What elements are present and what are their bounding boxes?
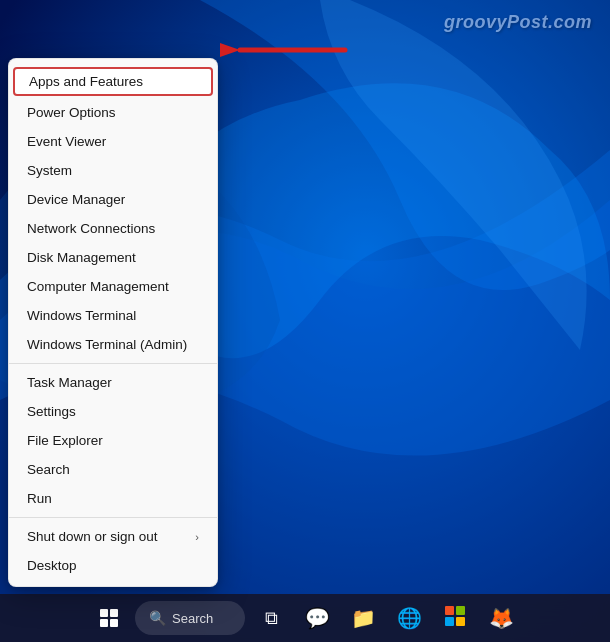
firefox-button[interactable]: 🦊 xyxy=(481,598,521,638)
menu-item-disk-management[interactable]: Disk Management xyxy=(9,243,217,272)
teams-icon: 💬 xyxy=(305,606,330,630)
chevron-icon: › xyxy=(195,531,199,543)
menu-item-windows-terminal-admin[interactable]: Windows Terminal (Admin) xyxy=(9,330,217,359)
menu-item-power-options[interactable]: Power Options xyxy=(9,98,217,127)
edge-button[interactable]: 🌐 xyxy=(389,598,429,638)
menu-item-task-manager[interactable]: Task Manager xyxy=(9,368,217,397)
start-button[interactable] xyxy=(89,598,129,638)
svg-rect-2 xyxy=(445,606,454,615)
svg-rect-5 xyxy=(456,617,465,626)
file-explorer-button[interactable]: 📁 xyxy=(343,598,383,638)
menu-item-event-viewer[interactable]: Event Viewer xyxy=(9,127,217,156)
taskbar: 🔍 Search ⧉ 💬 📁 🌐 🦊 xyxy=(0,594,610,642)
menu-item-run[interactable]: Run xyxy=(9,484,217,513)
menu-item-file-explorer[interactable]: File Explorer xyxy=(9,426,217,455)
menu-item-desktop[interactable]: Desktop xyxy=(9,551,217,580)
teams-button[interactable]: 💬 xyxy=(297,598,337,638)
context-menu: Apps and Features Power Options Event Vi… xyxy=(8,58,218,587)
menu-separator-1 xyxy=(9,363,217,364)
menu-item-settings[interactable]: Settings xyxy=(9,397,217,426)
store-icon xyxy=(444,605,466,632)
menu-separator-2 xyxy=(9,517,217,518)
task-view-icon: ⧉ xyxy=(265,608,278,629)
store-button[interactable] xyxy=(435,598,475,638)
menu-item-network-connections[interactable]: Network Connections xyxy=(9,214,217,243)
task-view-button[interactable]: ⧉ xyxy=(251,598,291,638)
menu-item-windows-terminal[interactable]: Windows Terminal xyxy=(9,301,217,330)
firefox-icon: 🦊 xyxy=(489,606,514,630)
windows-logo-icon xyxy=(100,609,118,627)
menu-item-apps-features[interactable]: Apps and Features xyxy=(13,67,213,96)
menu-item-search[interactable]: Search xyxy=(9,455,217,484)
svg-rect-3 xyxy=(456,606,465,615)
menu-item-device-manager[interactable]: Device Manager xyxy=(9,185,217,214)
search-icon: 🔍 xyxy=(149,610,166,626)
file-explorer-icon: 📁 xyxy=(351,606,376,630)
taskbar-search-label: Search xyxy=(172,611,213,626)
menu-item-system[interactable]: System xyxy=(9,156,217,185)
svg-rect-4 xyxy=(445,617,454,626)
taskbar-search-bar[interactable]: 🔍 Search xyxy=(135,601,245,635)
edge-icon: 🌐 xyxy=(397,606,422,630)
menu-item-shut-down[interactable]: Shut down or sign out › xyxy=(9,522,217,551)
menu-item-computer-management[interactable]: Computer Management xyxy=(9,272,217,301)
